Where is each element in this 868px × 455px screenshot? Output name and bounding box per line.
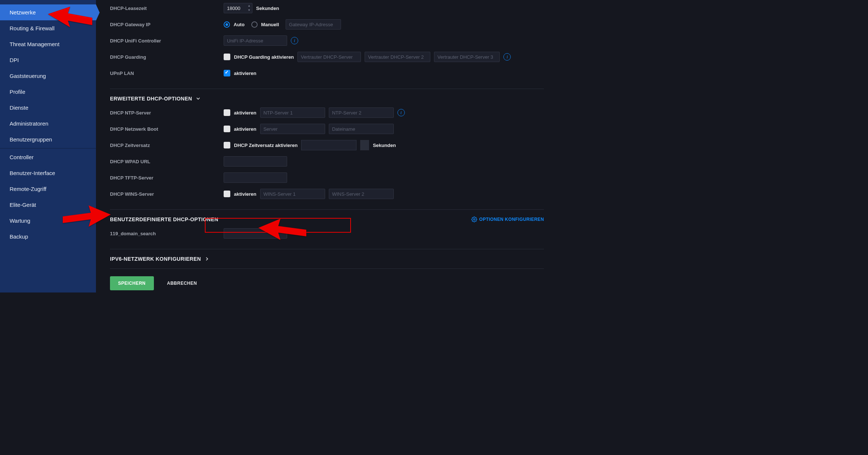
label-dhcp-tftp: DHCP TFTP-Server <box>110 175 220 181</box>
row-dhcp-unifi: DHCP UniFi Controller i <box>110 32 544 49</box>
info-icon[interactable]: i <box>397 109 405 116</box>
sidebar-item-profile[interactable]: Profile <box>0 84 96 100</box>
wins-server1 <box>260 189 325 199</box>
configure-options-label: OPTIONEN KONFIGURIEREN <box>479 217 544 222</box>
ntp-server1 <box>260 107 325 118</box>
label-dhcp-tz: DHCP Zeitversatz <box>110 143 220 148</box>
chk-upnp[interactable] <box>224 70 230 76</box>
tz-unit: Sekunden <box>373 143 396 148</box>
sidebar-item-dpi[interactable]: DPI <box>0 52 96 68</box>
section-ipv6[interactable]: IPV6-NETZWERK KONFIGURIEREN <box>110 249 544 262</box>
label-dhcp-lease: DHCP-Leasezeit <box>110 6 220 11</box>
chk-tz[interactable] <box>224 142 230 148</box>
label-custom-opt: 119_domain_search <box>110 231 220 236</box>
main: DHCP-Leasezeit ▲ ▼ Sekunden DHCP Gateway… <box>96 0 558 292</box>
info-icon[interactable]: i <box>291 37 298 44</box>
row-dhcp-gateway: DHCP Gateway IP Auto Manuell <box>110 16 544 32</box>
label-dhcp-wpad: DHCP WPAD URL <box>110 159 220 164</box>
row-upnp: UPnP LAN aktivieren <box>110 65 544 81</box>
stepper-up-icon[interactable]: ▲ <box>247 4 252 8</box>
custom-opt-input[interactable] <box>224 228 287 239</box>
row-dhcp-ntp: DHCP NTP-Server aktivieren i <box>110 105 544 121</box>
sidebar: NetzwerkeRouting & FirewallThreat Manage… <box>0 0 96 292</box>
label-dhcp-unifi: DHCP UniFi Controller <box>110 38 220 44</box>
sidebar-item-controller[interactable]: Controller <box>0 149 96 165</box>
guarding-server2 <box>365 52 430 62</box>
chk-wins-label: aktivieren <box>234 191 256 197</box>
chk-dhcp-guarding-label: DHCP Guarding aktivieren <box>234 54 294 60</box>
tz-unit-box <box>360 140 369 150</box>
chk-upnp-label: aktivieren <box>234 71 256 76</box>
row-dhcp-wpad: DHCP WPAD URL <box>110 153 544 170</box>
sidebar-item-benutzer-interface[interactable]: Benutzer-Interface <box>0 165 96 181</box>
tftp-input[interactable] <box>224 172 287 183</box>
netboot-server <box>260 124 325 134</box>
row-dhcp-tftp: DHCP TFTP-Server <box>110 170 544 186</box>
info-icon[interactable]: i <box>503 53 511 61</box>
gear-icon <box>471 216 477 222</box>
sidebar-item-dienste[interactable]: Dienste <box>0 100 96 116</box>
save-button[interactable]: SPEICHERN <box>110 276 154 290</box>
guarding-server1 <box>297 52 361 62</box>
row-dhcp-lease: DHCP-Leasezeit ▲ ▼ Sekunden <box>110 0 544 16</box>
label-dhcp-wins: DHCP WINS-Server <box>110 191 220 197</box>
sidebar-item-routing-firewall[interactable]: Routing & Firewall <box>0 20 96 36</box>
chk-ntp-label: aktivieren <box>234 110 256 116</box>
chk-netboot[interactable] <box>224 126 230 132</box>
section-ipv6-label: IPV6-NETZWERK KONFIGURIEREN <box>110 256 201 262</box>
configure-options-link[interactable]: OPTIONEN KONFIGURIEREN <box>471 216 544 222</box>
cancel-button[interactable]: ABBRECHEN <box>159 276 205 290</box>
row-dhcp-netboot: DHCP Netzwerk Boot aktivieren <box>110 121 544 137</box>
section-custom-dhcp: BENUTZERDEFINIERTE DHCP-OPTIONEN OPTIONE… <box>110 209 544 222</box>
row-custom-opt: 119_domain_search <box>110 225 544 242</box>
chk-ntp[interactable] <box>224 109 230 116</box>
label-upnp: UPnP LAN <box>110 71 220 76</box>
radio-gateway-auto-label: Auto <box>234 22 245 27</box>
chk-wins[interactable] <box>224 191 230 197</box>
guarding-server3 <box>434 52 500 62</box>
sidebar-item-administratoren[interactable]: Administratoren <box>0 116 96 131</box>
chevron-down-icon <box>196 96 201 101</box>
radio-gateway-manual[interactable] <box>251 21 258 28</box>
ntp-server2 <box>329 107 394 118</box>
wins-server2 <box>329 189 394 199</box>
chevron-right-icon <box>204 256 210 261</box>
sidebar-item-elite-ger-t[interactable]: Elite-Gerät <box>0 197 96 213</box>
radio-gateway-auto[interactable] <box>224 21 230 28</box>
radio-gateway-manual-label: Manuell <box>261 22 279 27</box>
sidebar-item-remote-zugriff[interactable]: Remote-Zugriff <box>0 181 96 197</box>
sidebar-item-gaststeuerung[interactable]: Gaststeuerung <box>0 68 96 84</box>
gateway-ip-input <box>286 19 341 30</box>
dhcp-lease-unit: Sekunden <box>256 6 279 11</box>
label-dhcp-ntp: DHCP NTP-Server <box>110 110 220 116</box>
sidebar-item-benutzergruppen[interactable]: Benutzergruppen <box>0 131 96 147</box>
label-dhcp-netboot: DHCP Netzwerk Boot <box>110 126 220 132</box>
stepper-down-icon[interactable]: ▼ <box>247 8 252 13</box>
netboot-file <box>329 124 394 134</box>
label-dhcp-guarding: DHCP Guarding <box>110 54 220 60</box>
section-ext-dhcp[interactable]: ERWEITERTE DHCP-OPTIONEN <box>110 89 544 102</box>
sidebar-item-backup[interactable]: Backup <box>0 229 96 244</box>
sidebar-item-wartung[interactable]: Wartung <box>0 213 96 229</box>
sidebar-item-threat-management[interactable]: Threat Management <box>0 36 96 52</box>
wpad-input[interactable] <box>224 156 287 167</box>
row-dhcp-guarding: DHCP Guarding DHCP Guarding aktivieren i <box>110 49 544 65</box>
sidebar-item-netzwerke[interactable]: Netzwerke <box>0 4 96 20</box>
row-dhcp-tz: DHCP Zeitversatz DHCP Zeitversatz aktivi… <box>110 137 544 153</box>
svg-point-0 <box>473 219 475 220</box>
chk-dhcp-guarding[interactable] <box>224 54 230 60</box>
section-ext-dhcp-label: ERWEITERTE DHCP-OPTIONEN <box>110 96 192 102</box>
unifi-ip-input[interactable] <box>224 35 287 46</box>
row-dhcp-wins: DHCP WINS-Server aktivieren <box>110 186 544 202</box>
tz-offset-input <box>301 140 356 150</box>
chk-tz-label: DHCP Zeitversatz aktivieren <box>234 143 297 148</box>
label-dhcp-gateway: DHCP Gateway IP <box>110 22 220 27</box>
chk-netboot-label: aktivieren <box>234 126 256 132</box>
section-custom-dhcp-label: BENUTZERDEFINIERTE DHCP-OPTIONEN <box>110 216 218 222</box>
